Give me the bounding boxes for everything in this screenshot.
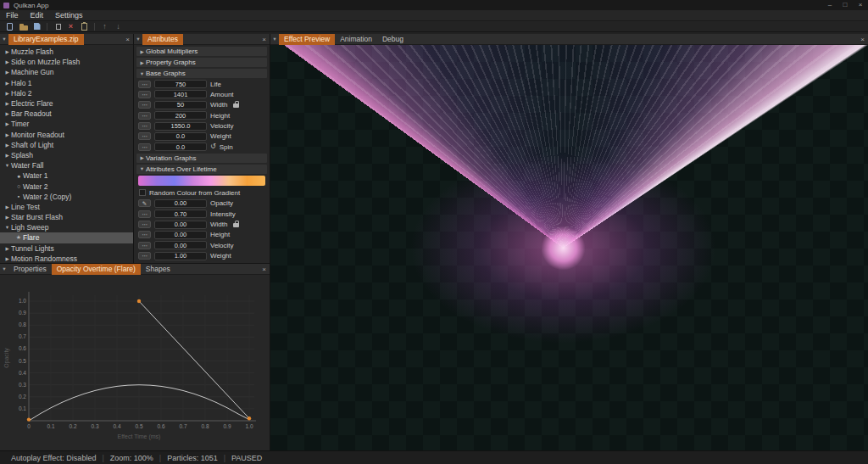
graph-options-button[interactable]: ⋯ xyxy=(138,252,151,260)
graph-options-button[interactable]: ⋯ xyxy=(138,242,151,249)
graph-options-button[interactable]: ⋯ xyxy=(138,210,151,218)
graph-options-button[interactable]: ⋯ xyxy=(138,112,151,120)
library-item-timer[interactable]: ▶Timer xyxy=(0,119,133,129)
weight-value-input[interactable]: 0.0 xyxy=(154,132,207,141)
tab-opacity-overtime-flare[interactable]: Opacity Overtime (Flare) xyxy=(52,264,141,275)
graph-options-button[interactable]: ⋯ xyxy=(138,91,151,98)
graph-options-button[interactable]: ⋯ xyxy=(138,101,151,109)
width-value-input[interactable]: 0.00 xyxy=(154,221,207,229)
graph-options-button[interactable]: ⋯ xyxy=(138,81,151,88)
life-value-input[interactable]: 750 xyxy=(154,80,207,88)
expander-icon[interactable]: ▶ xyxy=(3,70,11,75)
edit-graph-button[interactable]: ✎ xyxy=(138,199,151,207)
copy-button[interactable] xyxy=(52,21,63,31)
library-item-monitor-readout[interactable]: ▶Monitor Readout xyxy=(0,130,133,140)
library-item-water-2[interactable]: ○Water 2 xyxy=(0,181,133,191)
tab-shapes[interactable]: Shapes xyxy=(141,264,175,275)
paste-button[interactable] xyxy=(79,21,90,31)
tab-library-examples[interactable]: LibraryExamples.zip xyxy=(8,34,84,45)
section-header-base-graphs[interactable]: ▼Base Graphs xyxy=(136,69,267,78)
lock-icon[interactable] xyxy=(233,223,239,227)
library-item-ligh-sweep[interactable]: ▼Ligh Sweep xyxy=(0,222,133,232)
library-item-motion-randomness[interactable]: ▶Motion Randomness xyxy=(0,254,133,263)
library-item-water-fall[interactable]: ▼Water Fall xyxy=(0,160,133,171)
expander-icon[interactable]: ▼ xyxy=(3,163,11,168)
velocity-value-input[interactable]: 1550.0 xyxy=(154,122,207,131)
move-up-button[interactable]: ↑ xyxy=(99,21,110,31)
library-item-bar-readout[interactable]: ▶Bar Readout xyxy=(0,109,133,119)
opacity-graph[interactable]: 0.10.20.30.40.50.60.70.80.91.000.10.20.3… xyxy=(0,275,270,450)
control-point[interactable] xyxy=(137,299,141,303)
lock-icon[interactable] xyxy=(233,103,239,108)
expander-icon[interactable]: ▼ xyxy=(3,225,11,230)
library-item-flare[interactable]: ★Flare xyxy=(0,232,133,243)
new-file-button[interactable] xyxy=(4,21,15,31)
tab-attributes[interactable]: Attributes xyxy=(142,34,183,45)
spin-value-input[interactable]: 0.0 xyxy=(154,143,207,151)
section-header-global-multipliers[interactable]: ▶Global Multipliers xyxy=(136,47,267,56)
expander-icon[interactable]: ▶ xyxy=(3,143,11,148)
library-item-machine-gun[interactable]: ▶Machine Gun xyxy=(0,67,133,77)
opacity-value-input[interactable]: 0.00 xyxy=(154,199,207,208)
library-item-halo-2[interactable]: ▶Halo 2 xyxy=(0,88,133,98)
expander-icon[interactable]: ▶ xyxy=(3,81,11,86)
collapse-icon[interactable]: ▼ xyxy=(0,36,8,42)
expander-icon[interactable]: ▶ xyxy=(3,215,11,220)
expander-icon[interactable]: ▶ xyxy=(3,153,11,158)
library-item-star-burst-flash[interactable]: ▶Star Burst Flash xyxy=(0,212,133,222)
section-header-attributes-over-lifetime[interactable]: ▼Attributes Over Lifetime xyxy=(136,165,267,174)
save-file-button[interactable] xyxy=(31,21,42,31)
collapse-icon[interactable]: ▼ xyxy=(134,36,142,42)
library-item-halo-1[interactable]: ▶Halo 1 xyxy=(0,78,133,88)
library-item-splash[interactable]: ▶Splash xyxy=(0,150,133,160)
weight-value-input[interactable]: 1.00 xyxy=(154,252,207,260)
height-value-input[interactable]: 0.00 xyxy=(154,231,207,239)
expander-icon[interactable]: ▶ xyxy=(3,59,11,64)
open-file-button[interactable] xyxy=(18,21,29,31)
delete-button[interactable]: × xyxy=(65,21,76,31)
library-item-water-1[interactable]: ●Water 1 xyxy=(0,171,133,181)
random-colour-checkbox[interactable] xyxy=(139,189,146,196)
effect-preview-viewport[interactable] xyxy=(270,45,868,450)
library-item-shaft-of-light[interactable]: ▶Shaft of Light xyxy=(0,140,133,150)
graph-options-button[interactable]: ⋯ xyxy=(138,143,151,151)
expander-icon[interactable]: ▶ xyxy=(3,132,11,137)
close-button[interactable]: × xyxy=(853,0,868,10)
library-item-water-2-copy[interactable]: ▪Water 2 (Copy) xyxy=(0,192,133,202)
expander-icon[interactable]: ▶ xyxy=(3,101,11,106)
expander-icon[interactable]: ▶ xyxy=(3,121,11,126)
graph-options-button[interactable]: ⋯ xyxy=(138,231,151,238)
minimize-button[interactable]: – xyxy=(822,0,837,10)
section-header-variation-graphs[interactable]: ▶Variation Graphs xyxy=(136,154,267,163)
expander-icon[interactable]: ▶ xyxy=(3,204,11,210)
colour-gradient[interactable] xyxy=(138,176,265,186)
move-down-button[interactable]: ↓ xyxy=(113,21,124,31)
expander-icon[interactable]: ▶ xyxy=(3,246,11,251)
close-icon[interactable]: × xyxy=(259,266,270,273)
control-point[interactable] xyxy=(248,416,251,420)
close-icon[interactable]: × xyxy=(857,36,868,43)
menu-item-edit[interactable]: Edit xyxy=(25,10,50,21)
collapse-icon[interactable]: ▼ xyxy=(270,36,279,42)
velocity-value-input[interactable]: 0.00 xyxy=(154,241,207,249)
library-item-tunnel-lights[interactable]: ▶Tunnel Lights xyxy=(0,243,133,254)
library-item-line-test[interactable]: ▶Line Test xyxy=(0,202,133,212)
expander-icon[interactable]: ▶ xyxy=(3,256,11,261)
graph-options-button[interactable]: ⋯ xyxy=(138,132,151,140)
collapse-icon[interactable]: ▼ xyxy=(0,266,8,271)
opacity-graph-area[interactable]: 0.10.20.30.40.50.60.70.80.91.000.10.20.3… xyxy=(0,275,270,450)
section-header-property-graphs[interactable]: ▶Property Graphs xyxy=(136,58,267,67)
tab-animation[interactable]: Animation xyxy=(335,34,377,45)
library-item-electric-flare[interactable]: ▶Electric Flare xyxy=(0,98,133,109)
tab-debug[interactable]: Debug xyxy=(377,34,409,45)
expander-icon[interactable]: ▶ xyxy=(3,49,11,54)
maximize-button[interactable]: □ xyxy=(837,0,853,10)
menu-item-settings[interactable]: Settings xyxy=(49,10,89,21)
menu-item-file[interactable]: File xyxy=(0,10,25,21)
library-item-muzzle-flash[interactable]: ▶Muzzle Flash xyxy=(0,47,133,57)
expander-icon[interactable]: ▶ xyxy=(3,111,11,116)
tab-properties[interactable]: Properties xyxy=(8,264,52,275)
intensity-value-input[interactable]: 0.70 xyxy=(154,210,207,218)
width-value-input[interactable]: 50 xyxy=(154,101,207,109)
height-value-input[interactable]: 200 xyxy=(154,111,207,120)
